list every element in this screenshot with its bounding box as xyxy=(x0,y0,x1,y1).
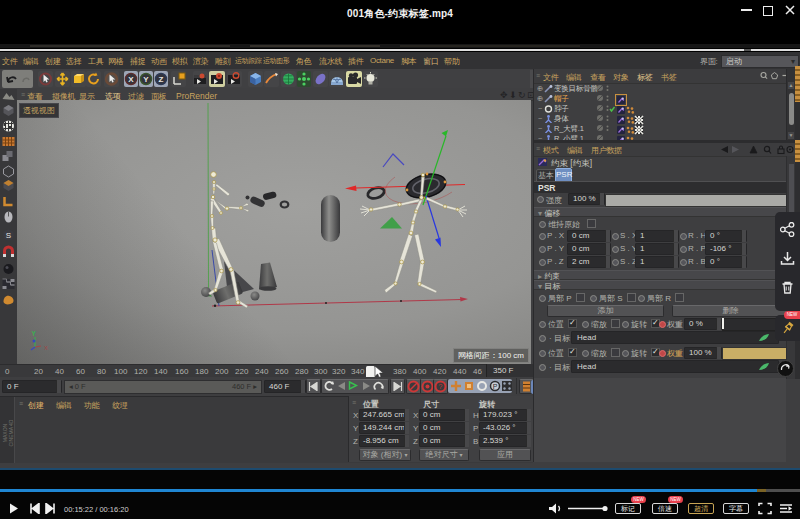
svg-text:X: X xyxy=(128,75,134,84)
svg-text:Z: Z xyxy=(159,75,164,84)
svg-text:S: S xyxy=(6,231,11,240)
svg-text:?: ? xyxy=(439,383,443,390)
svg-text:X: X xyxy=(44,345,48,351)
svg-text:Y: Y xyxy=(32,330,37,337)
svg-text:P: P xyxy=(493,383,498,390)
svg-text:Y: Y xyxy=(143,75,149,84)
